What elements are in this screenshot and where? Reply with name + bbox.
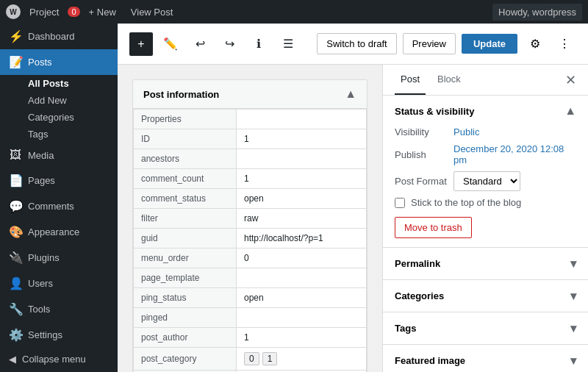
sidebar-sub-categories[interactable]: Categories [0,109,118,126]
redo-button[interactable]: ↪ [218,32,241,56]
right-panel: Post Block ✕ Status & visibility ▲ Visib… [382,65,588,372]
tab-block[interactable]: Block [431,65,467,95]
prop-key: post_category [134,348,237,371]
switch-to-draft-button[interactable]: Switch to draft [317,33,396,54]
collapse-menu-button[interactable]: ◀ Collapse menu [0,348,118,371]
post-info-block: Post information ▲ Properties ID 1 [132,79,368,372]
post-format-select[interactable]: StandardAsideChatGalleryLinkImageQuoteSt… [453,171,520,191]
prop-key: menu_order [134,248,237,268]
table-row: guid http://localhost/?p=1 [134,229,367,248]
info-button[interactable]: ℹ [247,32,270,56]
featured-image-header[interactable]: Featured image ▾ [383,345,588,372]
tab-post[interactable]: Post [395,65,426,95]
tools-button[interactable]: ✏️ [159,32,182,56]
dashboard-icon: ⚡ [9,29,22,43]
prop-key: comment_status [134,189,237,209]
sidebar-item-tools[interactable]: 🔧 Tools [0,296,118,322]
more-options-button[interactable]: ⋮ [553,32,576,56]
featured-image-chevron: ▾ [570,354,576,368]
status-visibility-section: Status & visibility ▲ Visibility Public … [383,96,588,248]
topbar-view-post[interactable]: View Post [125,4,179,21]
publish-date-value[interactable]: December 20, 2020 12:08 pm [453,143,576,165]
topbar-project[interactable]: Project [24,4,65,21]
update-button[interactable]: Update [462,34,517,54]
sidebar: ⚡ Dashboard 📝 Posts All Posts Add New Ca… [0,24,118,372]
categories-section: Categories ▾ [383,280,588,312]
sidebar-sub-tags[interactable]: Tags [0,126,118,143]
list-view-button[interactable]: ☰ [276,32,300,56]
tags-header[interactable]: Tags ▾ [383,312,588,344]
table-row: pinged [134,308,367,328]
sidebar-item-dashboard[interactable]: ⚡ Dashboard [0,24,118,49]
howdy-label: Howdy, wordpress [492,4,582,21]
table-row: ancestors [134,149,367,169]
comments-icon: 💬 [9,199,22,213]
status-visibility-header[interactable]: Status & visibility ▲ [383,96,588,126]
block-inserter-button[interactable]: + [129,32,153,56]
sidebar-item-appearance[interactable]: 🎨 Appearance [0,219,118,245]
main-layout: ⚡ Dashboard 📝 Posts All Posts Add New Ca… [0,24,588,372]
prop-key: guid [134,229,237,248]
tags-label: Tags [395,323,416,334]
pages-icon: 📄 [9,174,22,187]
table-row: page_template [134,268,367,288]
comment-count-badge[interactable]: 0 [68,7,79,17]
topbar-new[interactable]: + New [83,4,122,21]
categories-label: Categories [395,290,444,301]
prop-value: open [237,189,367,209]
sidebar-item-label: Users [28,278,53,289]
prop-value: raw [237,209,367,229]
stick-to-top-label: Stick to the top of the blog [411,197,521,208]
undo-button[interactable]: ↩ [188,32,212,56]
stick-to-top-checkbox[interactable] [395,198,405,208]
prop-value: 1 [237,169,367,189]
preview-button[interactable]: Preview [403,33,456,54]
sidebar-item-users[interactable]: 👤 Users [0,271,118,296]
sidebar-item-posts[interactable]: 📝 Posts [0,49,118,75]
sidebar-item-label: Media [28,150,54,161]
sidebar-item-label: Plugins [28,252,60,263]
right-panel-tabs: Post Block ✕ [383,65,588,96]
wp-logo[interactable]: W [6,4,21,19]
table-row: filter raw [134,209,367,229]
table-row: Properties [134,110,367,129]
sidebar-item-label: Posts [28,57,52,68]
sidebar-item-label: Settings [28,329,62,340]
sidebar-item-settings[interactable]: ⚙️ Settings [0,322,118,348]
move-to-trash-button[interactable]: Move to trash [395,217,472,238]
post-category-cell: 0 1 [237,348,367,371]
media-icon: 🖼 [9,149,22,162]
prop-value: 1 [237,129,367,149]
status-visibility-chevron: ▲ [564,104,576,118]
category-tag-1: 1 [262,352,278,365]
sidebar-item-label: Appearance [28,226,79,237]
tools-icon: 🔧 [9,302,22,316]
sidebar-item-label: Dashboard [28,31,75,42]
visibility-value[interactable]: Public [453,126,479,137]
prop-key: Properties [134,110,237,129]
sidebar-sub-all-posts[interactable]: All Posts [0,75,118,92]
sidebar-item-pages[interactable]: 📄 Pages [0,168,118,193]
stick-to-top-row: Stick to the top of the blog [395,197,576,208]
posts-icon: 📝 [9,55,22,69]
sidebar-item-label: Pages [28,175,55,186]
settings-gear-button[interactable]: ⚙ [523,32,547,56]
top-bar: W Project 0 + New View Post Howdy, wordp… [0,0,588,24]
post-info-header: Post information ▲ [133,80,367,109]
sidebar-item-comments[interactable]: 💬 Comments [0,193,118,219]
right-panel-close-button[interactable]: ✕ [565,74,576,87]
sidebar-item-media[interactable]: 🖼 Media [0,143,118,168]
visibility-label: Visibility [395,126,453,137]
table-row: post_category 0 1 [134,348,367,371]
permalink-chevron: ▾ [570,257,576,271]
post-info-collapse-arrow[interactable]: ▲ [345,87,356,101]
prop-key: comment_count [134,169,237,189]
categories-header[interactable]: Categories ▾ [383,280,588,312]
prop-value: open [237,288,367,308]
sidebar-item-plugins[interactable]: 🔌 Plugins [0,245,118,271]
post-info-title: Post information [143,89,219,100]
collapse-menu-label: Collapse menu [22,354,86,365]
editor-main: Post information ▲ Properties ID 1 [118,65,382,372]
sidebar-sub-add-new[interactable]: Add New [0,92,118,109]
permalink-header[interactable]: Permalink ▾ [383,248,588,279]
